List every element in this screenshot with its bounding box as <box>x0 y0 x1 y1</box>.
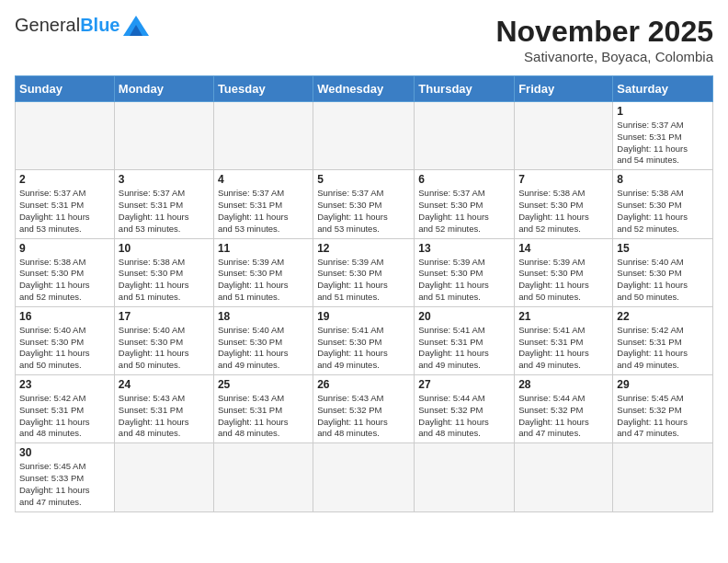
day-info: Sunrise: 5:37 AM Sunset: 5:31 PM Dayligh… <box>617 120 709 167</box>
table-row <box>515 443 613 511</box>
table-row: 8Sunrise: 5:38 AM Sunset: 5:30 PM Daylig… <box>613 170 713 238</box>
title-area: November 2025 Sativanorte, Boyaca, Colom… <box>495 15 713 64</box>
table-row <box>114 443 213 511</box>
day-info: Sunrise: 5:38 AM Sunset: 5:30 PM Dayligh… <box>119 257 210 304</box>
day-info: Sunrise: 5:38 AM Sunset: 5:30 PM Dayligh… <box>518 188 609 235</box>
day-number: 17 <box>119 310 210 323</box>
day-number: 29 <box>617 378 709 391</box>
table-row <box>313 443 415 511</box>
day-number: 30 <box>19 446 110 459</box>
day-info: Sunrise: 5:37 AM Sunset: 5:31 PM Dayligh… <box>19 188 110 235</box>
day-number: 23 <box>19 378 110 391</box>
day-number: 10 <box>119 242 210 255</box>
table-row: 20Sunrise: 5:41 AM Sunset: 5:31 PM Dayli… <box>415 306 515 374</box>
day-info: Sunrise: 5:37 AM Sunset: 5:31 PM Dayligh… <box>119 188 210 235</box>
table-row: 19Sunrise: 5:41 AM Sunset: 5:30 PM Dayli… <box>313 306 415 374</box>
day-number: 18 <box>218 310 309 323</box>
day-number: 1 <box>617 105 709 118</box>
logo-blue-text: Blue <box>80 15 119 36</box>
table-row: 1Sunrise: 5:37 AM Sunset: 5:31 PM Daylig… <box>613 102 713 170</box>
table-row: 9Sunrise: 5:38 AM Sunset: 5:30 PM Daylig… <box>16 238 115 306</box>
day-info: Sunrise: 5:39 AM Sunset: 5:30 PM Dayligh… <box>418 257 510 304</box>
location-subtitle: Sativanorte, Boyaca, Colombia <box>495 49 713 64</box>
day-number: 20 <box>418 310 510 323</box>
table-row: 25Sunrise: 5:43 AM Sunset: 5:31 PM Dayli… <box>213 375 313 443</box>
day-info: Sunrise: 5:44 AM Sunset: 5:32 PM Dayligh… <box>518 393 609 440</box>
day-number: 15 <box>617 242 709 255</box>
header-monday: Monday <box>114 76 213 102</box>
month-year-title: November 2025 <box>495 15 713 49</box>
day-number: 25 <box>218 378 309 391</box>
header-saturday: Saturday <box>613 76 713 102</box>
day-info: Sunrise: 5:38 AM Sunset: 5:30 PM Dayligh… <box>19 257 110 304</box>
table-row: 29Sunrise: 5:45 AM Sunset: 5:32 PM Dayli… <box>613 375 713 443</box>
table-row: 18Sunrise: 5:40 AM Sunset: 5:30 PM Dayli… <box>213 306 313 374</box>
day-info: Sunrise: 5:39 AM Sunset: 5:30 PM Dayligh… <box>317 257 410 304</box>
day-number: 11 <box>218 242 309 255</box>
table-row <box>515 102 613 170</box>
day-info: Sunrise: 5:40 AM Sunset: 5:30 PM Dayligh… <box>218 325 309 372</box>
day-info: Sunrise: 5:42 AM Sunset: 5:31 PM Dayligh… <box>617 325 709 372</box>
calendar-week-row: 9Sunrise: 5:38 AM Sunset: 5:30 PM Daylig… <box>16 238 713 306</box>
day-info: Sunrise: 5:43 AM Sunset: 5:31 PM Dayligh… <box>119 393 210 440</box>
table-row: 22Sunrise: 5:42 AM Sunset: 5:31 PM Dayli… <box>613 306 713 374</box>
calendar-week-row: 30Sunrise: 5:45 AM Sunset: 5:33 PM Dayli… <box>16 443 713 511</box>
day-number: 26 <box>317 378 410 391</box>
day-info: Sunrise: 5:38 AM Sunset: 5:30 PM Dayligh… <box>617 188 709 235</box>
logo-general-text: General <box>15 15 80 36</box>
calendar-table: Sunday Monday Tuesday Wednesday Thursday… <box>15 75 713 512</box>
day-number: 28 <box>518 378 609 391</box>
day-info: Sunrise: 5:42 AM Sunset: 5:31 PM Dayligh… <box>19 393 110 440</box>
day-info: Sunrise: 5:40 AM Sunset: 5:30 PM Dayligh… <box>119 325 210 372</box>
calendar-week-row: 2Sunrise: 5:37 AM Sunset: 5:31 PM Daylig… <box>16 170 713 238</box>
table-row: 4Sunrise: 5:37 AM Sunset: 5:31 PM Daylig… <box>213 170 313 238</box>
day-info: Sunrise: 5:43 AM Sunset: 5:31 PM Dayligh… <box>218 393 309 440</box>
table-row: 10Sunrise: 5:38 AM Sunset: 5:30 PM Dayli… <box>114 238 213 306</box>
table-row: 16Sunrise: 5:40 AM Sunset: 5:30 PM Dayli… <box>16 306 115 374</box>
table-row: 17Sunrise: 5:40 AM Sunset: 5:30 PM Dayli… <box>114 306 213 374</box>
table-row: 27Sunrise: 5:44 AM Sunset: 5:32 PM Dayli… <box>415 375 515 443</box>
day-number: 13 <box>418 242 510 255</box>
table-row <box>114 102 213 170</box>
header-wednesday: Wednesday <box>313 76 415 102</box>
table-row: 23Sunrise: 5:42 AM Sunset: 5:31 PM Dayli… <box>16 375 115 443</box>
calendar-week-row: 23Sunrise: 5:42 AM Sunset: 5:31 PM Dayli… <box>16 375 713 443</box>
day-number: 21 <box>518 310 609 323</box>
day-number: 8 <box>617 173 709 186</box>
table-row: 12Sunrise: 5:39 AM Sunset: 5:30 PM Dayli… <box>313 238 415 306</box>
header-sunday: Sunday <box>16 76 115 102</box>
table-row <box>415 443 515 511</box>
day-number: 24 <box>119 378 210 391</box>
table-row <box>16 102 115 170</box>
table-row: 11Sunrise: 5:39 AM Sunset: 5:30 PM Dayli… <box>213 238 313 306</box>
header-thursday: Thursday <box>415 76 515 102</box>
day-number: 27 <box>418 378 510 391</box>
day-number: 9 <box>19 242 110 255</box>
table-row <box>415 102 515 170</box>
table-row: 2Sunrise: 5:37 AM Sunset: 5:31 PM Daylig… <box>16 170 115 238</box>
calendar-header-row: Sunday Monday Tuesday Wednesday Thursday… <box>16 76 713 102</box>
day-info: Sunrise: 5:41 AM Sunset: 5:31 PM Dayligh… <box>518 325 609 372</box>
table-row: 26Sunrise: 5:43 AM Sunset: 5:32 PM Dayli… <box>313 375 415 443</box>
day-number: 6 <box>418 173 510 186</box>
day-number: 12 <box>317 242 410 255</box>
day-info: Sunrise: 5:41 AM Sunset: 5:31 PM Dayligh… <box>418 325 510 372</box>
table-row: 14Sunrise: 5:39 AM Sunset: 5:30 PM Dayli… <box>515 238 613 306</box>
logo: General Blue <box>15 15 149 36</box>
day-info: Sunrise: 5:39 AM Sunset: 5:30 PM Dayligh… <box>518 257 609 304</box>
day-number: 5 <box>317 173 410 186</box>
table-row: 7Sunrise: 5:38 AM Sunset: 5:30 PM Daylig… <box>515 170 613 238</box>
day-info: Sunrise: 5:43 AM Sunset: 5:32 PM Dayligh… <box>317 393 410 440</box>
table-row: 5Sunrise: 5:37 AM Sunset: 5:30 PM Daylig… <box>313 170 415 238</box>
day-number: 4 <box>218 173 309 186</box>
table-row <box>213 443 313 511</box>
table-row: 28Sunrise: 5:44 AM Sunset: 5:32 PM Dayli… <box>515 375 613 443</box>
day-number: 3 <box>119 173 210 186</box>
day-info: Sunrise: 5:45 AM Sunset: 5:33 PM Dayligh… <box>19 461 110 508</box>
day-info: Sunrise: 5:37 AM Sunset: 5:31 PM Dayligh… <box>218 188 309 235</box>
header-tuesday: Tuesday <box>213 76 313 102</box>
day-info: Sunrise: 5:44 AM Sunset: 5:32 PM Dayligh… <box>418 393 510 440</box>
day-info: Sunrise: 5:40 AM Sunset: 5:30 PM Dayligh… <box>19 325 110 372</box>
table-row: 3Sunrise: 5:37 AM Sunset: 5:31 PM Daylig… <box>114 170 213 238</box>
table-row: 30Sunrise: 5:45 AM Sunset: 5:33 PM Dayli… <box>16 443 115 511</box>
